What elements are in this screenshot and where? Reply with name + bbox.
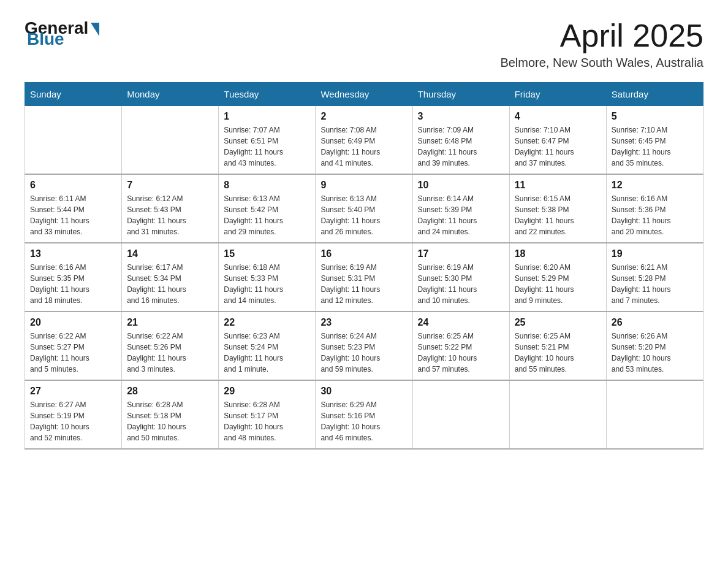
day-number: 17 [418,248,504,259]
day-info: Sunrise: 6:28 AM Sunset: 5:18 PM Dayligh… [127,399,213,443]
day-info: Sunrise: 6:20 AM Sunset: 5:29 PM Dayligh… [515,262,601,306]
day-number: 25 [515,317,601,328]
day-info: Sunrise: 6:22 AM Sunset: 5:26 PM Dayligh… [127,331,213,375]
calendar-cell: 14Sunrise: 6:17 AM Sunset: 5:34 PM Dayli… [122,243,219,312]
day-number: 23 [320,317,407,328]
day-number: 1 [224,111,310,122]
day-number: 26 [612,317,698,328]
calendar-cell [509,380,606,449]
day-info: Sunrise: 6:11 AM Sunset: 5:44 PM Dayligh… [30,193,116,237]
calendar-cell: 15Sunrise: 6:18 AM Sunset: 5:33 PM Dayli… [219,243,316,312]
day-info: Sunrise: 6:19 AM Sunset: 5:31 PM Dayligh… [320,262,407,306]
month-title: April 2025 [500,18,703,53]
calendar-cell: 2Sunrise: 7:08 AM Sunset: 6:49 PM Daylig… [316,106,412,175]
calendar-week-2: 6Sunrise: 6:11 AM Sunset: 5:44 PM Daylig… [25,174,703,243]
day-number: 6 [30,180,116,191]
day-info: Sunrise: 7:10 AM Sunset: 6:47 PM Dayligh… [515,124,601,169]
day-number: 3 [418,111,504,122]
calendar-cell: 23Sunrise: 6:24 AM Sunset: 5:23 PM Dayli… [316,312,412,380]
day-number: 24 [418,317,504,328]
header-wednesday: Wednesday [316,83,412,106]
day-info: Sunrise: 6:21 AM Sunset: 5:28 PM Dayligh… [612,262,698,306]
day-number: 19 [612,248,698,259]
day-info: Sunrise: 6:27 AM Sunset: 5:19 PM Dayligh… [30,399,116,443]
day-number: 30 [320,386,407,397]
day-info: Sunrise: 6:24 AM Sunset: 5:23 PM Dayligh… [320,331,407,375]
day-number: 14 [127,248,213,259]
calendar-cell: 21Sunrise: 6:22 AM Sunset: 5:26 PM Dayli… [122,312,219,380]
day-info: Sunrise: 6:25 AM Sunset: 5:22 PM Dayligh… [418,331,504,375]
day-info: Sunrise: 6:13 AM Sunset: 5:42 PM Dayligh… [224,193,310,237]
calendar-cell: 29Sunrise: 6:28 AM Sunset: 5:17 PM Dayli… [219,380,316,449]
day-number: 15 [224,248,310,259]
calendar-cell: 24Sunrise: 6:25 AM Sunset: 5:22 PM Dayli… [412,312,509,380]
day-number: 7 [127,180,213,191]
calendar-cell: 30Sunrise: 6:29 AM Sunset: 5:16 PM Dayli… [316,380,412,449]
calendar-cell: 22Sunrise: 6:23 AM Sunset: 5:24 PM Dayli… [219,312,316,380]
calendar-cell: 8Sunrise: 6:13 AM Sunset: 5:42 PM Daylig… [219,174,316,243]
day-info: Sunrise: 6:19 AM Sunset: 5:30 PM Dayligh… [418,262,504,306]
calendar-cell: 10Sunrise: 6:14 AM Sunset: 5:39 PM Dayli… [412,174,509,243]
day-info: Sunrise: 6:23 AM Sunset: 5:24 PM Dayligh… [224,331,310,375]
day-number: 20 [30,317,116,328]
day-info: Sunrise: 6:16 AM Sunset: 5:36 PM Dayligh… [612,193,698,237]
day-info: Sunrise: 6:28 AM Sunset: 5:17 PM Dayligh… [224,399,310,443]
calendar-cell [412,380,509,449]
calendar-cell: 28Sunrise: 6:28 AM Sunset: 5:18 PM Dayli… [122,380,219,449]
calendar-table: SundayMondayTuesdayWednesdayThursdayFrid… [25,82,703,450]
calendar-week-5: 27Sunrise: 6:27 AM Sunset: 5:19 PM Dayli… [25,380,703,449]
day-number: 12 [612,180,698,191]
calendar-header-row: SundayMondayTuesdayWednesdayThursdayFrid… [25,83,703,106]
day-info: Sunrise: 7:08 AM Sunset: 6:49 PM Dayligh… [320,124,407,169]
day-info: Sunrise: 7:07 AM Sunset: 6:51 PM Dayligh… [224,124,310,169]
calendar-cell: 27Sunrise: 6:27 AM Sunset: 5:19 PM Dayli… [25,380,122,449]
calendar-cell: 26Sunrise: 6:26 AM Sunset: 5:20 PM Dayli… [606,312,703,380]
day-number: 16 [320,248,407,259]
title-section: April 2025 Belmore, New South Wales, Aus… [500,18,703,70]
logo: General Blue [25,18,99,49]
header-tuesday: Tuesday [219,83,316,106]
day-info: Sunrise: 7:10 AM Sunset: 6:45 PM Dayligh… [612,124,698,169]
day-number: 21 [127,317,213,328]
day-info: Sunrise: 6:12 AM Sunset: 5:43 PM Dayligh… [127,193,213,237]
day-number: 5 [612,111,698,122]
day-number: 4 [515,111,601,122]
calendar-week-4: 20Sunrise: 6:22 AM Sunset: 5:27 PM Dayli… [25,312,703,380]
calendar-cell: 11Sunrise: 6:15 AM Sunset: 5:38 PM Dayli… [509,174,606,243]
day-number: 29 [224,386,310,397]
calendar-cell: 25Sunrise: 6:25 AM Sunset: 5:21 PM Dayli… [509,312,606,380]
logo-blue-text: Blue [27,29,64,49]
day-info: Sunrise: 6:29 AM Sunset: 5:16 PM Dayligh… [320,399,407,443]
header-sunday: Sunday [25,83,122,106]
day-info: Sunrise: 6:18 AM Sunset: 5:33 PM Dayligh… [224,262,310,306]
calendar-cell: 19Sunrise: 6:21 AM Sunset: 5:28 PM Dayli… [606,243,703,312]
day-info: Sunrise: 6:15 AM Sunset: 5:38 PM Dayligh… [515,193,601,237]
day-number: 27 [30,386,116,397]
calendar-cell: 18Sunrise: 6:20 AM Sunset: 5:29 PM Dayli… [509,243,606,312]
calendar-cell: 20Sunrise: 6:22 AM Sunset: 5:27 PM Dayli… [25,312,122,380]
calendar-cell: 9Sunrise: 6:13 AM Sunset: 5:40 PM Daylig… [316,174,412,243]
day-info: Sunrise: 6:16 AM Sunset: 5:35 PM Dayligh… [30,262,116,306]
day-info: Sunrise: 6:22 AM Sunset: 5:27 PM Dayligh… [30,331,116,375]
day-number: 18 [515,248,601,259]
day-info: Sunrise: 6:25 AM Sunset: 5:21 PM Dayligh… [515,331,601,375]
calendar-cell [606,380,703,449]
calendar-cell: 5Sunrise: 7:10 AM Sunset: 6:45 PM Daylig… [606,106,703,175]
calendar-cell: 6Sunrise: 6:11 AM Sunset: 5:44 PM Daylig… [25,174,122,243]
header-saturday: Saturday [606,83,703,106]
header-friday: Friday [509,83,606,106]
page-header: General Blue April 2025 Belmore, New Sou… [25,18,703,70]
calendar-cell [25,106,122,175]
header-thursday: Thursday [412,83,509,106]
day-number: 11 [515,180,601,191]
calendar-week-3: 13Sunrise: 6:16 AM Sunset: 5:35 PM Dayli… [25,243,703,312]
day-number: 13 [30,248,116,259]
calendar-cell: 13Sunrise: 6:16 AM Sunset: 5:35 PM Dayli… [25,243,122,312]
calendar-cell: 12Sunrise: 6:16 AM Sunset: 5:36 PM Dayli… [606,174,703,243]
day-info: Sunrise: 6:14 AM Sunset: 5:39 PM Dayligh… [418,193,504,237]
calendar-week-1: 1Sunrise: 7:07 AM Sunset: 6:51 PM Daylig… [25,106,703,175]
location-text: Belmore, New South Wales, Australia [500,56,703,70]
day-number: 22 [224,317,310,328]
day-info: Sunrise: 6:17 AM Sunset: 5:34 PM Dayligh… [127,262,213,306]
day-number: 28 [127,386,213,397]
